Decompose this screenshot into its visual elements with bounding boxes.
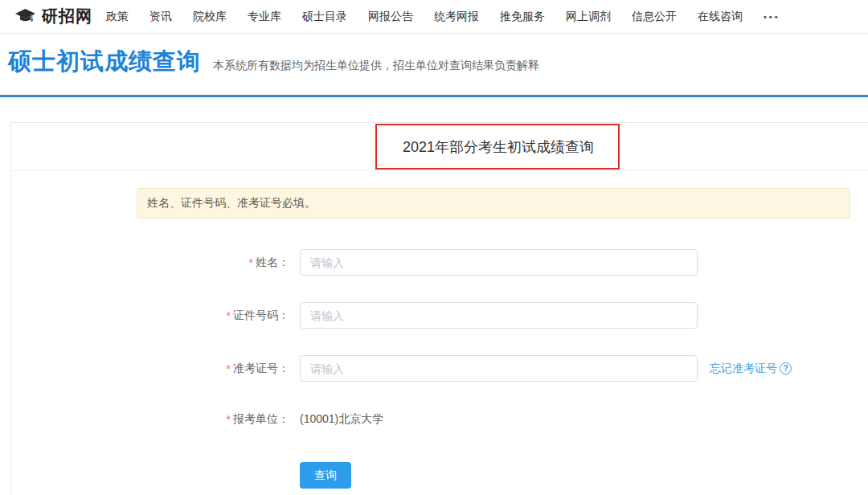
nav-item-policy[interactable]: 政策 (106, 10, 129, 24)
more-menu-icon[interactable]: ••• (764, 12, 780, 22)
graduation-cap-icon (14, 8, 36, 25)
nav-item-unified-exam-registration[interactable]: 统考网报 (434, 10, 479, 24)
name-label: * 姓名： (11, 249, 289, 276)
card-header: 2021年部分考生初试成绩查询 (11, 123, 868, 171)
query-card: 2021年部分考生初试成绩查询 姓名、证件号码、准考证号必填。 * 姓名： * … (10, 122, 868, 495)
admission-ticket-input[interactable] (300, 355, 698, 382)
site-name: 研招网 (42, 6, 92, 27)
required-fields-notice: 姓名、证件号码、准考证号必填。 (137, 188, 850, 219)
nav-item-major-library[interactable]: 专业库 (248, 10, 281, 24)
admission-ticket-label: * 准考证号： (11, 355, 289, 382)
top-navigation: 研招网 政策 资讯 院校库 专业库 硕士目录 网报公告 统考网报 推免服务 网上… (0, 0, 868, 34)
nav-item-report-notice[interactable]: 网报公告 (368, 10, 413, 24)
nav-item-news[interactable]: 资讯 (149, 10, 172, 24)
nav-item-exemption-service[interactable]: 推免服务 (500, 10, 545, 24)
required-asterisk: * (227, 413, 231, 426)
required-asterisk: * (227, 309, 231, 322)
nav-item-online-consult[interactable]: 在线咨询 (698, 10, 743, 24)
site-logo[interactable]: 研招网 (14, 6, 92, 27)
query-form-title: 2021年部分考生初试成绩查询 (403, 137, 594, 157)
form-row-id-number: * 证件号码： (11, 302, 868, 329)
query-button[interactable]: 查询 (300, 462, 351, 489)
id-number-label: * 证件号码： (11, 302, 289, 329)
name-input[interactable] (300, 249, 698, 276)
nav-item-master-catalog[interactable]: 硕士目录 (302, 10, 347, 24)
help-circle-icon: ? (780, 362, 792, 374)
id-number-input[interactable] (300, 302, 698, 329)
target-unit-label: * 报考单位： (11, 406, 289, 432)
form-row-admission-ticket: * 准考证号： 忘记准考证号 ? (11, 355, 868, 382)
page-subtitle: 本系统所有数据均为招生单位提供，招生单位对查询结果负责解释 (213, 59, 539, 73)
form-row-submit: 查询 (11, 462, 868, 489)
form-row-name: * 姓名： (11, 249, 868, 276)
main-menu: 政策 资讯 院校库 专业库 硕士目录 网报公告 统考网报 推免服务 网上调剂 信… (106, 10, 780, 24)
blue-divider (0, 95, 868, 97)
page-title: 硕士初试成绩查询 (8, 46, 201, 78)
target-unit-value: (10001)北京大学 (300, 406, 383, 432)
forgot-ticket-link[interactable]: 忘记准考证号 ? (710, 355, 792, 382)
nav-item-info-disclosure[interactable]: 信息公开 (632, 10, 677, 24)
required-asterisk: * (249, 256, 253, 269)
required-asterisk: * (227, 362, 231, 375)
nav-item-online-adjustment[interactable]: 网上调剂 (566, 10, 611, 24)
nav-item-college-library[interactable]: 院校库 (193, 10, 227, 24)
form-row-target-unit: * 报考单位： (10001)北京大学 (11, 406, 868, 432)
page-header: 硕士初试成绩查询 本系统所有数据均为招生单位提供，招生单位对查询结果负责解释 (8, 46, 868, 78)
